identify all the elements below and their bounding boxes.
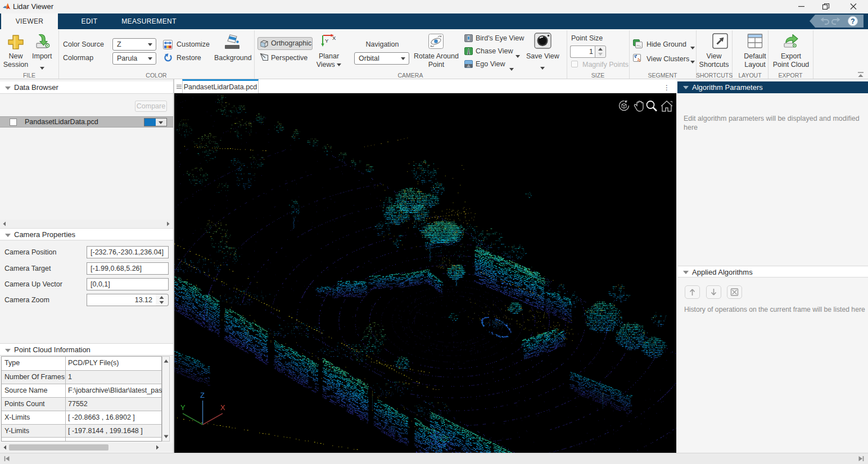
svg-text:Y: Y: [325, 38, 329, 44]
svg-text:X: X: [332, 35, 336, 41]
svg-text:?: ?: [851, 17, 855, 25]
